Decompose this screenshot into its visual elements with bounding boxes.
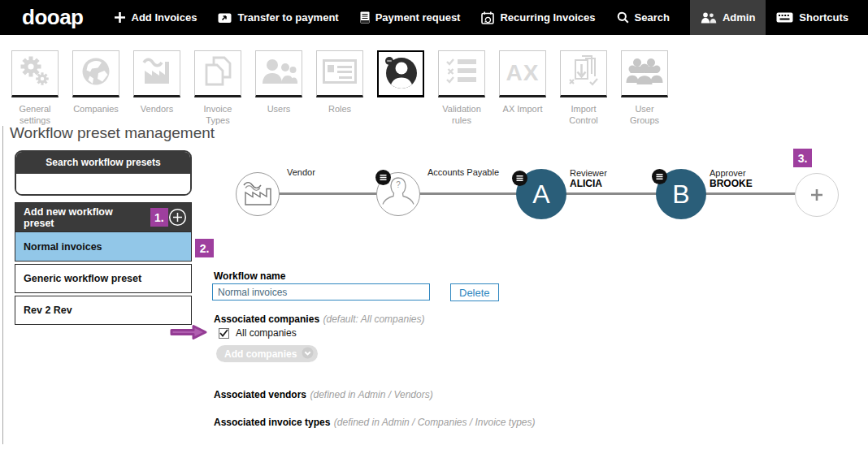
import-control-icon	[567, 54, 600, 93]
preset-item-rev-2-rev[interactable]: Rev 2 Rev	[15, 296, 192, 325]
step-menu-icon[interactable]	[375, 170, 391, 185]
nav-item-label: Shortcuts	[799, 11, 848, 24]
tool-box	[194, 50, 241, 97]
nav-item-search[interactable]: Search	[606, 0, 680, 35]
toolbar-item-roles[interactable]: Roles	[316, 50, 363, 97]
search-workflow-presets-button[interactable]: Search workflow presets	[16, 152, 190, 174]
nav-item-admin[interactable]: Admin	[690, 0, 766, 35]
payment-request-icon	[360, 11, 370, 24]
transfer-icon	[218, 11, 232, 24]
step-menu-icon[interactable]	[512, 171, 527, 186]
step-user-name: BROOKE	[710, 178, 753, 189]
annotation-arrow-icon	[169, 323, 208, 344]
add-workflow-step-button[interactable]	[795, 173, 839, 217]
toolbar-item-workflow-presets-selected[interactable]	[377, 50, 424, 97]
tool-label: Users	[254, 103, 304, 115]
chevron-down-icon	[302, 347, 314, 361]
recurring-calendar-icon	[481, 11, 494, 24]
associated-companies-hint: (default: All companies)	[323, 313, 425, 325]
step-initial: B	[672, 179, 689, 210]
annotation-badge-2: 2.	[195, 239, 214, 257]
question-glyph: ?	[396, 180, 401, 189]
admin-toolbar: General settings Companies Vendors Invoi…	[11, 50, 682, 97]
plus-icon	[809, 183, 824, 208]
gears-icon	[17, 54, 53, 93]
toolbar-item-import-control[interactable]: Import Control	[560, 50, 607, 97]
all-companies-row: All companies	[219, 327, 297, 339]
tool-box	[255, 50, 302, 97]
step-menu-icon[interactable]	[652, 169, 667, 184]
annotation-badge-1: 1.	[150, 208, 168, 227]
tool-box	[377, 50, 424, 97]
nav-item-recurring-invoices[interactable]: Recurring Invoices	[471, 0, 605, 35]
tool-label: Validation rules	[436, 103, 487, 127]
users-icon	[261, 57, 297, 89]
preset-item-generic-workflow-preset[interactable]: Generic workflow preset	[15, 264, 192, 293]
associated-vendors-label: Associated vendors	[214, 389, 306, 400]
nav-item-label: Payment request	[375, 11, 461, 24]
workflow-step-role-name: Reviewer ALICIA	[570, 168, 607, 189]
tool-box: AX	[499, 50, 546, 97]
add-companies-label: Add companies	[224, 348, 297, 360]
nav-item-payment-request[interactable]: Payment request	[349, 0, 471, 35]
toolbar-item-general-settings[interactable]: General settings	[11, 50, 59, 97]
globe-icon	[80, 56, 111, 90]
admin-people-icon	[701, 12, 717, 24]
workflow-preset-management-page: dooap Add Invoices Transfer to payment P…	[0, 0, 868, 454]
toolbar-item-validation-rules[interactable]: Validation rules	[438, 50, 485, 97]
associated-invoice-types-label: Associated invoice types	[214, 417, 330, 428]
circle-plus-icon[interactable]	[168, 208, 187, 227]
left-guide-line	[2, 126, 3, 444]
associated-vendors-hint: (defined in Admin / Vendors)	[310, 389, 433, 400]
nav-item-transfer-to-payment[interactable]: Transfer to payment	[207, 0, 349, 35]
toolbar-item-companies[interactable]: Companies	[72, 50, 119, 97]
person-avatar-icon	[381, 53, 420, 95]
step-role: Reviewer	[570, 168, 607, 178]
all-companies-checkbox[interactable]	[219, 328, 229, 339]
nav-item-label: Admin	[723, 11, 755, 24]
associated-invoice-types-hint: (defined in Admin / Companies / Invoice …	[334, 417, 536, 428]
factory-outline-icon	[241, 177, 275, 211]
tool-box	[560, 50, 607, 97]
preset-item-normal-invoices[interactable]: Normal invoices	[15, 232, 192, 262]
workflow-preset-sidebar: Search workflow presets Add new workflow…	[15, 150, 192, 325]
workflow-step-label: Vendor	[287, 167, 315, 177]
id-card-icon	[323, 59, 357, 87]
checklist-icon	[445, 58, 478, 89]
associated-companies-label: Associated companies	[214, 313, 319, 325]
nav-item-label: Add Invoices	[132, 11, 197, 24]
search-workflow-presets-input[interactable]	[16, 174, 190, 194]
tool-label: General settings	[10, 103, 60, 127]
step-role: Approver	[710, 168, 753, 178]
tool-box	[72, 50, 119, 97]
add-bar-label: Add new workflow preset	[24, 206, 143, 229]
tool-box	[11, 50, 59, 97]
tool-label: AX Import	[497, 103, 548, 115]
nav-item-label: Transfer to payment	[237, 11, 338, 24]
top-navbar: dooap Add Invoices Transfer to payment P…	[0, 0, 868, 35]
toolbar-item-users[interactable]: Users	[255, 50, 302, 97]
factory-icon	[141, 55, 173, 91]
search-workflow-presets-widget: Search workflow presets	[15, 150, 192, 196]
tool-label: Roles	[315, 103, 365, 115]
annotation-badge-3: 3.	[793, 149, 812, 167]
navbar-left-group: Add Invoices Transfer to payment Payment…	[103, 0, 680, 35]
plus-icon	[114, 11, 126, 24]
nav-item-shortcuts[interactable]: Shortcuts	[766, 0, 859, 35]
toolbar-item-ax-import[interactable]: AX AX Import	[499, 50, 546, 97]
nav-item-help[interactable]: ? Help	[859, 0, 868, 35]
workflow-name-label: Workflow name	[214, 270, 285, 282]
toolbar-item-user-groups[interactable]: User Groups	[621, 50, 668, 97]
tool-label: Invoice Types	[193, 103, 243, 127]
workflow-name-input[interactable]	[212, 283, 430, 301]
tool-label: Companies	[71, 103, 121, 115]
toolbar-item-vendors[interactable]: Vendors	[133, 50, 180, 97]
tool-box	[316, 50, 363, 97]
toolbar-item-invoice-types[interactable]: Invoice Types	[194, 50, 241, 97]
nav-item-add-invoices[interactable]: Add Invoices	[103, 0, 208, 35]
workflow-step-vendor[interactable]	[236, 172, 280, 216]
add-new-workflow-preset-button[interactable]: Add new workflow preset 1.	[15, 202, 192, 232]
delete-button[interactable]: Delete	[450, 283, 499, 301]
nav-item-label: Search	[635, 11, 670, 24]
add-companies-button[interactable]: Add companies	[216, 345, 318, 362]
